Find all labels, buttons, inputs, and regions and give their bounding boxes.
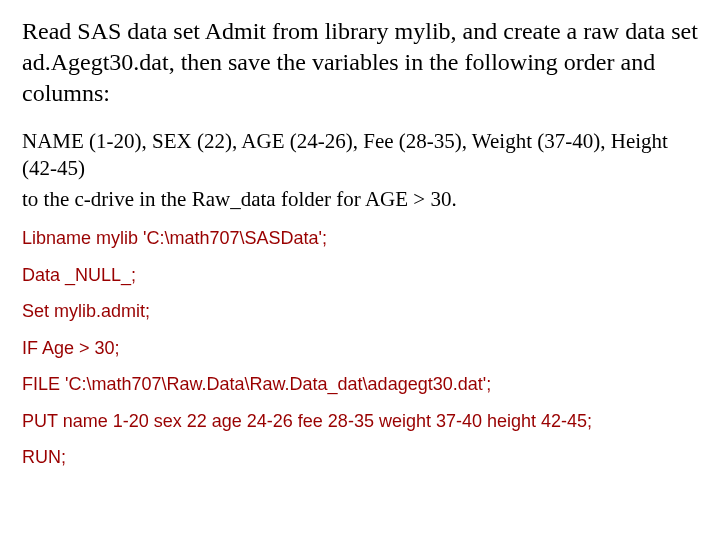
code-data-step: Data _NULL_;: [22, 264, 698, 287]
code-libname: Libname mylib 'C:\math707\SASData';: [22, 227, 698, 250]
slide: Read SAS data set Admit from library myl…: [0, 0, 720, 493]
code-put: PUT name 1-20 sex 22 age 24-26 fee 28-35…: [22, 410, 698, 433]
code-run: RUN;: [22, 446, 698, 469]
intro-paragraph: Read SAS data set Admit from library myl…: [22, 16, 698, 110]
code-if: IF Age > 30;: [22, 337, 698, 360]
code-set: Set mylib.admit;: [22, 300, 698, 323]
column-spec: NAME (1-20), SEX (22), AGE (24-26), Fee …: [22, 128, 698, 183]
destination-line: to the c-drive in the Raw_data folder fo…: [22, 186, 698, 213]
code-file: FILE 'C:\math707\Raw.Data\Raw.Data_dat\a…: [22, 373, 698, 396]
